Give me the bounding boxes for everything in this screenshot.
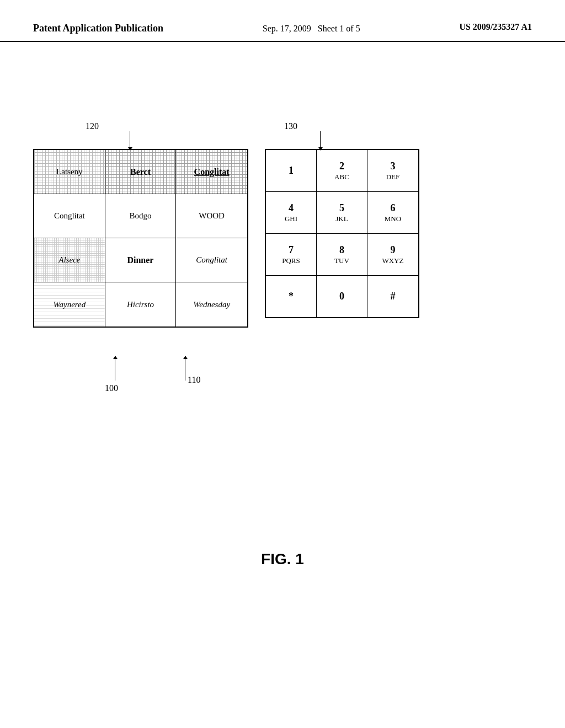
grid-cell: Alsece <box>34 238 105 282</box>
numpad-letters: DEF <box>386 173 400 181</box>
numpad-key-hash[interactable]: # <box>367 276 418 317</box>
figure-label: FIG. 1 <box>0 550 565 568</box>
numpad-letters: PQRS <box>282 256 300 265</box>
grid-cell: Wednesday <box>176 282 247 326</box>
numpad-key-1[interactable]: 1 <box>266 150 317 191</box>
numpad-digit: 9 <box>390 244 395 256</box>
grid-cell: Conglitat <box>34 194 105 238</box>
numpad-digit: 8 <box>339 244 344 256</box>
cell-text-conglitat-bold: Conglitat <box>192 165 232 179</box>
numpad-digit: 4 <box>289 202 294 215</box>
grid-cell: Conglitat <box>176 150 247 194</box>
arrow-110-icon <box>185 358 185 381</box>
grid-row: Alsece Dinner Conglitat <box>34 238 247 282</box>
numpad-row: 7 PQRS 8 TUV 9 WXYZ <box>266 234 418 276</box>
grid-row: Latseny Berct Conglitat <box>34 150 247 194</box>
numpad-digit: 7 <box>289 244 294 256</box>
arrow-100-icon <box>115 358 115 381</box>
label-110: 110 <box>188 375 200 385</box>
cell-text-dinner: Dinner <box>125 253 156 267</box>
grid-cell: WOOD <box>176 194 247 238</box>
numpad-key-3[interactable]: 3 DEF <box>367 150 418 191</box>
numpad-key-9[interactable]: 9 WXYZ <box>367 234 418 275</box>
arrow-130-icon <box>320 131 321 148</box>
publication-date: Sep. 17, 2009 Sheet 1 of 5 <box>263 22 360 35</box>
numpad-key-7[interactable]: 7 PQRS <box>266 234 317 275</box>
numpad-digit: 1 <box>289 165 294 177</box>
numpad-digit: * <box>289 291 294 303</box>
cell-text-latseny: Latseny <box>54 165 84 179</box>
numpad-row: 1 2 ABC 3 DEF <box>266 150 418 192</box>
grid-cell: Latseny <box>34 150 105 194</box>
numpad-letters: JKL <box>335 215 348 223</box>
numpad-key-6[interactable]: 6 MNO <box>367 192 418 233</box>
cell-text-wednesday: Wednesday <box>191 298 232 312</box>
cell-text-berct: Berct <box>128 165 153 179</box>
numpad-digit: 5 <box>339 202 344 215</box>
cell-text-hicirsto: Hicirsto <box>125 298 156 312</box>
numpad-row: 4 GHI 5 JKL 6 MNO <box>266 192 418 234</box>
grid-cell: Conglitat <box>176 238 247 282</box>
label-130: 130 <box>284 121 297 131</box>
cell-text-wood: WOOD <box>196 209 227 223</box>
left-panel-grid: Latseny Berct Conglitat Conglitat Bodgo … <box>33 149 248 328</box>
numpad-key-8[interactable]: 8 TUV <box>317 234 367 275</box>
cell-text-alsece: Alsece <box>56 253 82 267</box>
numpad-key-star[interactable]: * <box>266 276 317 317</box>
publication-title: Patent Application Publication <box>33 22 163 35</box>
numpad-row: * 0 # <box>266 276 418 317</box>
grid-cell: Bodgo <box>105 194 177 238</box>
numpad-letters: GHI <box>285 215 297 223</box>
numpad-letters: ABC <box>334 173 349 181</box>
numpad-digit: 2 <box>339 160 344 173</box>
grid-cell: Dinner <box>105 238 177 282</box>
numpad-digit: # <box>390 291 395 303</box>
numpad-key-5[interactable]: 5 JKL <box>317 192 367 233</box>
grid-cell: Hicirsto <box>105 282 177 326</box>
label-120: 120 <box>86 121 99 131</box>
numpad-key-0[interactable]: 0 <box>317 276 367 317</box>
numpad-digit: 6 <box>390 202 395 215</box>
page-header: Patent Application Publication Sep. 17, … <box>0 0 565 42</box>
numpad-key-4[interactable]: 4 GHI <box>266 192 317 233</box>
grid-row: Conglitat Bodgo WOOD <box>34 194 247 238</box>
numpad-letters: MNO <box>385 215 401 223</box>
grid-cell: Berct <box>105 150 177 194</box>
label-100: 100 <box>105 383 118 393</box>
numpad-digit: 3 <box>390 160 395 173</box>
numpad-letters: WXYZ <box>382 256 403 265</box>
cell-text-bodgo: Bodgo <box>127 209 153 223</box>
publication-number: US 2009/235327 A1 <box>459 22 532 32</box>
grid-row: Waynered Hicirsto Wednesday <box>34 282 247 326</box>
cell-text-waynered: Waynered <box>51 298 88 312</box>
numpad-digit: 0 <box>339 291 344 303</box>
numpad-key-2[interactable]: 2 ABC <box>317 150 367 191</box>
grid-cell: Waynered <box>34 282 105 326</box>
cell-text-conglitat-italic: Conglitat <box>194 253 230 267</box>
cell-text-conglitat2: Conglitat <box>52 209 87 223</box>
numpad-letters: TUV <box>334 256 349 265</box>
right-panel-numpad: 1 2 ABC 3 DEF 4 GHI 5 JKL 6 MNO <box>265 149 419 318</box>
arrow-120-icon <box>130 131 130 148</box>
